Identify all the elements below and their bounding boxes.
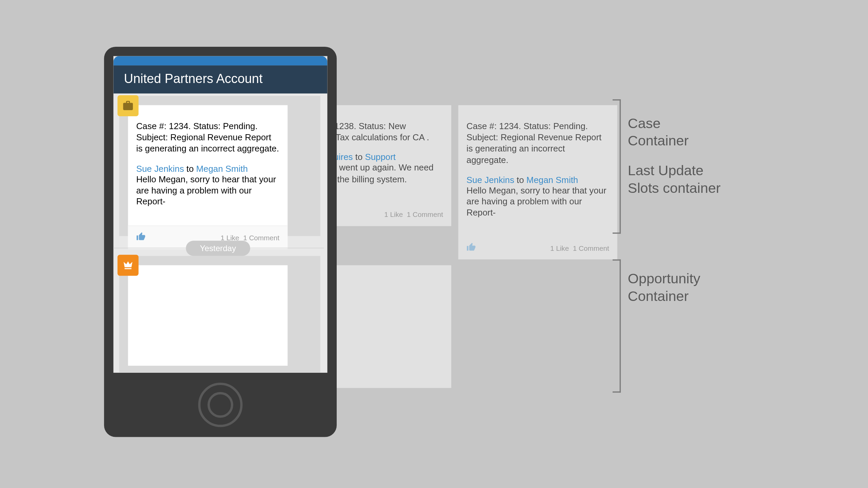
like-icon[interactable] xyxy=(136,232,146,243)
case-header: Case #: 1234. Status: Pending. xyxy=(467,120,609,131)
recipient-link[interactable]: Support xyxy=(365,152,396,162)
crown-icon xyxy=(118,255,139,276)
case-subject: Subject: Regional Revenue Report is gene… xyxy=(467,131,609,165)
case-header: Case #: 1234. Status: Pending. xyxy=(136,120,279,131)
sender-link[interactable]: Sue Jenkins xyxy=(467,175,514,184)
case-body: Hello Megan, sorry to hear that your are… xyxy=(467,184,609,218)
footer-stats: 1 Like 1 Comment xyxy=(550,244,609,252)
recipient-link[interactable]: Megan Smith xyxy=(196,163,248,173)
home-button-inner xyxy=(208,392,233,418)
case-card-3[interactable]: Case #: 1234. Status: Pending. Subject: … xyxy=(458,105,617,260)
recipient-link[interactable]: Megan Smith xyxy=(527,175,578,184)
bracket-case xyxy=(610,99,621,234)
annotation-case-container: Case Container xyxy=(628,115,689,149)
case-from-to: Sue Jenkins to Megan Smith xyxy=(136,163,279,173)
case-body: Hello Megan, sorry to hear that your are… xyxy=(136,173,279,207)
briefcase-icon xyxy=(118,95,139,116)
card-footer: 1 Like 1 Comment xyxy=(458,237,617,260)
case-from-to: Sue Jenkins to Megan Smith xyxy=(467,175,609,184)
case-card-1[interactable]: Case #: 1234. Status: Pending. Subject: … xyxy=(128,105,288,249)
home-button[interactable] xyxy=(198,383,242,427)
bracket-opportunity xyxy=(610,259,621,392)
annotation-opportunity-container: Opportunity Container xyxy=(628,270,701,305)
page-title: United Partners Account xyxy=(124,71,317,86)
status-bar xyxy=(113,56,327,66)
day-divider-pill: Yesterday xyxy=(186,241,250,256)
title-bar: United Partners Account xyxy=(113,65,327,94)
like-icon[interactable] xyxy=(467,243,476,254)
home-button-area xyxy=(113,373,327,437)
case-subject: Subject: Regional Revenue Report is gene… xyxy=(136,131,279,154)
annotation-last-update: Last Update Slots container xyxy=(628,162,721,197)
footer-stats: 1 Like 1 Comment xyxy=(384,210,443,219)
sender-link[interactable]: Sue Jenkins xyxy=(136,163,184,173)
opportunity-card-1[interactable] xyxy=(128,265,288,366)
